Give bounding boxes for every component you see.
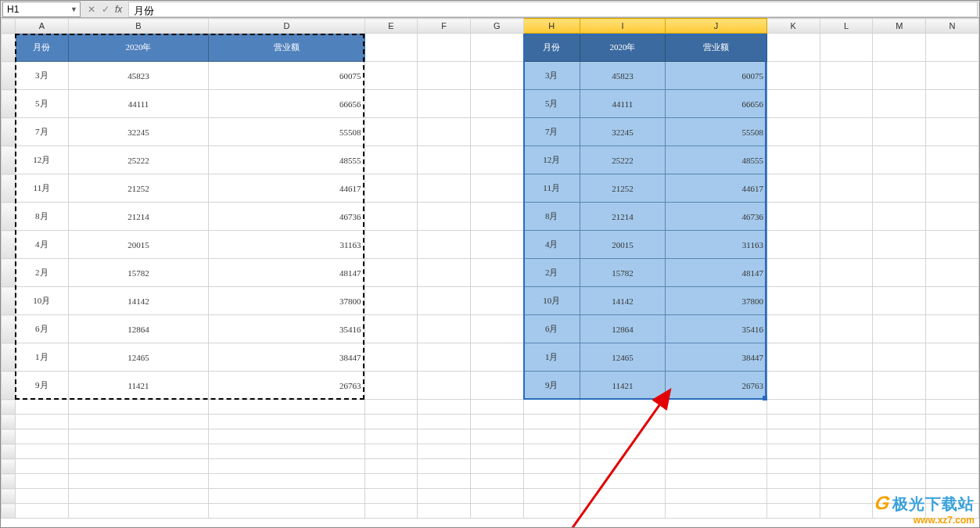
cell[interactable] xyxy=(926,90,979,118)
cell[interactable] xyxy=(471,459,524,474)
paste-header-revenue[interactable]: 营业额 xyxy=(666,34,767,62)
formula-input[interactable]: 月份 xyxy=(128,2,978,17)
cell[interactable] xyxy=(820,444,873,459)
src-year[interactable]: 45823 xyxy=(68,62,208,90)
row-header-empty[interactable] xyxy=(2,474,16,489)
cell[interactable] xyxy=(418,315,471,343)
cell[interactable] xyxy=(580,489,666,504)
cell[interactable] xyxy=(471,90,524,118)
cell[interactable] xyxy=(820,372,873,400)
paste-year[interactable]: 45823 xyxy=(580,62,666,90)
cell[interactable] xyxy=(580,474,666,489)
cell[interactable] xyxy=(820,146,873,174)
cell[interactable] xyxy=(820,489,873,504)
cell[interactable] xyxy=(418,459,471,474)
src-year[interactable]: 15782 xyxy=(68,259,208,287)
cell[interactable] xyxy=(364,459,418,474)
cell[interactable] xyxy=(926,62,979,90)
cell[interactable] xyxy=(873,287,926,315)
cell[interactable] xyxy=(68,429,208,444)
paste-revenue[interactable]: 48147 xyxy=(666,259,767,287)
cell[interactable] xyxy=(68,504,208,519)
cell[interactable] xyxy=(873,203,926,231)
src-revenue[interactable]: 60075 xyxy=(209,62,364,90)
col-header-H[interactable]: H xyxy=(523,19,580,34)
cell[interactable] xyxy=(873,315,926,343)
paste-month[interactable]: 4月 xyxy=(523,231,580,259)
cell[interactable] xyxy=(364,474,418,489)
cell[interactable] xyxy=(873,459,926,474)
cell[interactable] xyxy=(471,415,524,429)
cell[interactable] xyxy=(15,429,68,444)
src-revenue[interactable]: 44617 xyxy=(209,174,364,203)
cell[interactable] xyxy=(926,343,979,372)
src-header-revenue[interactable]: 营业额 xyxy=(209,34,364,62)
cell[interactable] xyxy=(766,489,820,504)
cell[interactable] xyxy=(418,34,471,62)
paste-header-month[interactable]: 月份 xyxy=(523,34,580,62)
cell[interactable] xyxy=(766,34,820,62)
cell[interactable] xyxy=(926,174,979,203)
cell[interactable] xyxy=(666,444,767,459)
cell[interactable] xyxy=(364,489,418,504)
cell[interactable] xyxy=(364,118,418,146)
paste-month[interactable]: 12月 xyxy=(523,146,580,174)
row-header-12[interactable] xyxy=(2,343,16,372)
cell[interactable] xyxy=(820,231,873,259)
cell[interactable] xyxy=(209,459,364,474)
cell[interactable] xyxy=(766,429,820,444)
src-year[interactable]: 12465 xyxy=(68,343,208,372)
cell[interactable] xyxy=(820,259,873,287)
cell[interactable] xyxy=(926,459,979,474)
cell[interactable] xyxy=(873,343,926,372)
src-month[interactable]: 6月 xyxy=(15,315,68,343)
fx-icon[interactable]: fx xyxy=(115,4,122,15)
row-header-7[interactable] xyxy=(2,203,16,231)
cell[interactable] xyxy=(820,415,873,429)
cell[interactable] xyxy=(418,415,471,429)
cell[interactable] xyxy=(364,203,418,231)
cell[interactable] xyxy=(471,203,524,231)
cell[interactable] xyxy=(209,474,364,489)
cell[interactable] xyxy=(418,231,471,259)
cell[interactable] xyxy=(418,444,471,459)
cell[interactable] xyxy=(364,415,418,429)
name-box-dropdown-icon[interactable]: ▼ xyxy=(70,5,77,13)
cell[interactable] xyxy=(523,459,580,474)
col-header-K[interactable]: K xyxy=(766,19,820,34)
cell[interactable] xyxy=(873,504,926,519)
cell[interactable] xyxy=(418,174,471,203)
cell[interactable] xyxy=(68,400,208,415)
paste-revenue[interactable]: 66656 xyxy=(666,90,767,118)
cell[interactable] xyxy=(364,315,418,343)
cell[interactable] xyxy=(364,429,418,444)
src-revenue[interactable]: 48555 xyxy=(209,146,364,174)
paste-month[interactable]: 5月 xyxy=(523,90,580,118)
cell[interactable] xyxy=(523,489,580,504)
src-month[interactable]: 7月 xyxy=(15,118,68,146)
cell[interactable] xyxy=(873,118,926,146)
cell[interactable] xyxy=(666,429,767,444)
cell[interactable] xyxy=(820,90,873,118)
row-header-empty[interactable] xyxy=(2,489,16,504)
paste-month[interactable]: 2月 xyxy=(523,259,580,287)
row-header-13[interactable] xyxy=(2,372,16,400)
cell[interactable] xyxy=(471,474,524,489)
cell[interactable] xyxy=(209,400,364,415)
cell[interactable] xyxy=(364,444,418,459)
cell[interactable] xyxy=(873,146,926,174)
src-month[interactable]: 9月 xyxy=(15,372,68,400)
paste-revenue[interactable]: 31163 xyxy=(666,231,767,259)
paste-year[interactable]: 32245 xyxy=(580,118,666,146)
cell[interactable] xyxy=(364,259,418,287)
src-revenue[interactable]: 66656 xyxy=(209,90,364,118)
row-header-empty[interactable] xyxy=(2,415,16,429)
cell[interactable] xyxy=(766,444,820,459)
cell[interactable] xyxy=(209,429,364,444)
cell[interactable] xyxy=(873,415,926,429)
cell[interactable] xyxy=(580,429,666,444)
cell[interactable] xyxy=(766,504,820,519)
paste-year[interactable]: 20015 xyxy=(580,231,666,259)
cell[interactable] xyxy=(364,231,418,259)
cell[interactable] xyxy=(418,474,471,489)
